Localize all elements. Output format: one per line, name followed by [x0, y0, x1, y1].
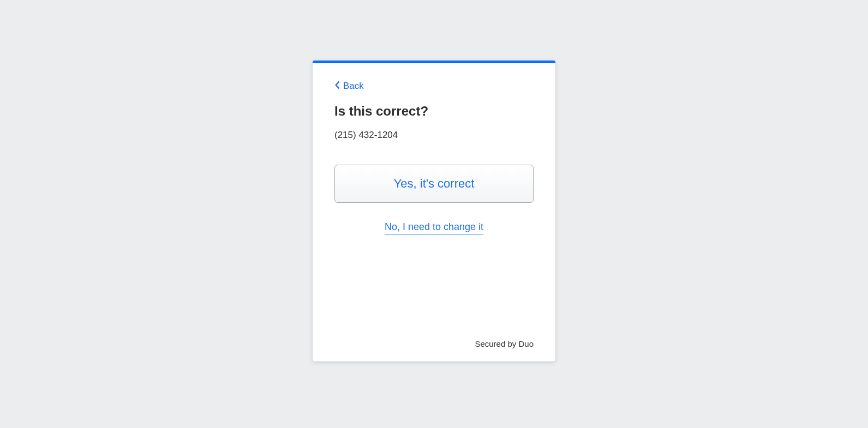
secured-by-label: Secured by Duo: [475, 339, 534, 348]
change-link[interactable]: No, I need to change it: [385, 221, 483, 234]
back-link[interactable]: Back: [334, 81, 364, 92]
phone-number: (215) 432-1204: [334, 130, 534, 141]
change-link-label: No, I need to change it: [385, 221, 483, 232]
page-title: Is this correct?: [334, 104, 534, 119]
confirm-button-label: Yes, it's correct: [394, 177, 475, 191]
confirm-button[interactable]: Yes, it's correct: [334, 165, 534, 203]
back-label: Back: [343, 81, 364, 92]
chevron-left-icon: [334, 81, 340, 92]
confirmation-card: Back Is this correct? (215) 432-1204 Yes…: [313, 61, 555, 361]
